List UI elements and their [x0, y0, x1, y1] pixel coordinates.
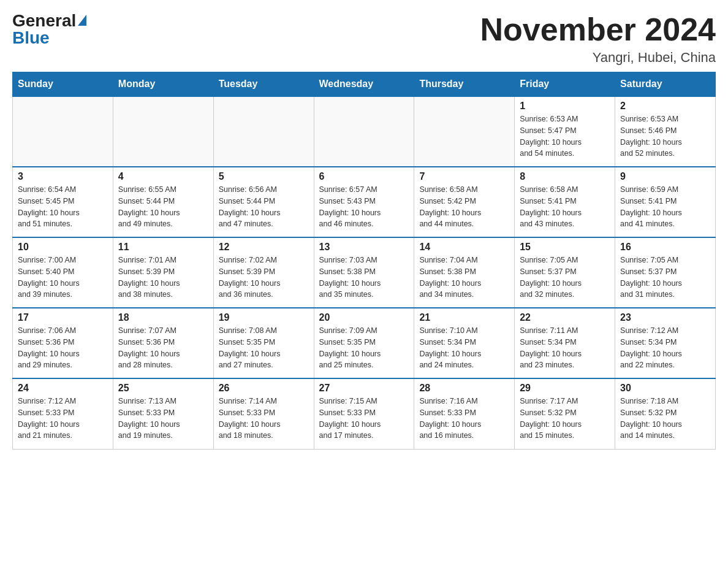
day-number: 17	[18, 312, 108, 323]
day-info: Sunrise: 7:02 AMSunset: 5:39 PMDaylight:…	[219, 255, 309, 301]
day-info: Sunrise: 6:54 AMSunset: 5:45 PMDaylight:…	[18, 184, 108, 230]
logo: General Blue	[12, 12, 86, 48]
calendar-week-row: 10Sunrise: 7:00 AMSunset: 5:40 PMDayligh…	[13, 237, 716, 308]
column-header-monday: Monday	[113, 72, 213, 97]
calendar-cell: 8Sunrise: 6:58 AMSunset: 5:41 PMDaylight…	[515, 167, 615, 237]
day-number: 24	[18, 383, 108, 394]
calendar-week-row: 24Sunrise: 7:12 AMSunset: 5:33 PMDayligh…	[13, 378, 716, 449]
day-number: 3	[18, 171, 108, 182]
location-title: Yangri, Hubei, China	[480, 50, 716, 66]
calendar-cell: 25Sunrise: 7:13 AMSunset: 5:33 PMDayligh…	[113, 378, 213, 449]
calendar-cell: 20Sunrise: 7:09 AMSunset: 5:35 PMDayligh…	[314, 308, 414, 378]
day-number: 4	[118, 171, 208, 182]
calendar-table: SundayMondayTuesdayWednesdayThursdayFrid…	[12, 72, 716, 450]
calendar-week-row: 17Sunrise: 7:06 AMSunset: 5:36 PMDayligh…	[13, 308, 716, 378]
day-info: Sunrise: 7:17 AMSunset: 5:32 PMDaylight:…	[520, 396, 610, 442]
day-number: 6	[319, 171, 409, 182]
calendar-cell: 15Sunrise: 7:05 AMSunset: 5:37 PMDayligh…	[515, 237, 615, 308]
day-info: Sunrise: 7:15 AMSunset: 5:33 PMDaylight:…	[319, 396, 409, 442]
calendar-cell: 22Sunrise: 7:11 AMSunset: 5:34 PMDayligh…	[515, 308, 615, 378]
calendar-cell	[314, 96, 414, 167]
calendar-cell	[414, 96, 515, 167]
calendar-cell: 24Sunrise: 7:12 AMSunset: 5:33 PMDayligh…	[13, 378, 113, 449]
day-number: 1	[520, 101, 610, 112]
day-info: Sunrise: 6:53 AMSunset: 5:47 PMDaylight:…	[520, 113, 610, 159]
month-title: November 2024	[480, 12, 716, 47]
calendar-cell: 26Sunrise: 7:14 AMSunset: 5:33 PMDayligh…	[213, 378, 314, 449]
calendar-cell: 28Sunrise: 7:16 AMSunset: 5:33 PMDayligh…	[414, 378, 515, 449]
day-number: 30	[620, 383, 710, 394]
calendar-cell: 2Sunrise: 6:53 AMSunset: 5:46 PMDaylight…	[615, 96, 716, 167]
calendar-cell: 1Sunrise: 6:53 AMSunset: 5:47 PMDaylight…	[515, 96, 615, 167]
day-number: 9	[620, 171, 710, 182]
calendar-cell	[213, 96, 314, 167]
day-number: 20	[319, 312, 409, 323]
day-info: Sunrise: 6:57 AMSunset: 5:43 PMDaylight:…	[319, 184, 409, 230]
column-header-sunday: Sunday	[13, 72, 113, 97]
day-number: 13	[319, 242, 409, 253]
day-info: Sunrise: 7:12 AMSunset: 5:33 PMDaylight:…	[18, 396, 108, 442]
day-number: 23	[620, 312, 710, 323]
day-info: Sunrise: 7:09 AMSunset: 5:35 PMDaylight:…	[319, 325, 409, 371]
day-info: Sunrise: 7:06 AMSunset: 5:36 PMDaylight:…	[18, 325, 108, 371]
day-number: 22	[520, 312, 610, 323]
day-info: Sunrise: 7:16 AMSunset: 5:33 PMDaylight:…	[419, 396, 509, 442]
day-info: Sunrise: 6:58 AMSunset: 5:41 PMDaylight:…	[520, 184, 610, 230]
day-info: Sunrise: 7:18 AMSunset: 5:32 PMDaylight:…	[620, 396, 710, 442]
calendar-cell: 9Sunrise: 6:59 AMSunset: 5:41 PMDaylight…	[615, 167, 716, 237]
day-info: Sunrise: 7:00 AMSunset: 5:40 PMDaylight:…	[18, 255, 108, 301]
day-info: Sunrise: 7:10 AMSunset: 5:34 PMDaylight:…	[419, 325, 509, 371]
column-header-tuesday: Tuesday	[213, 72, 314, 97]
day-number: 14	[419, 242, 509, 253]
day-number: 2	[620, 101, 710, 112]
day-info: Sunrise: 7:04 AMSunset: 5:38 PMDaylight:…	[419, 255, 509, 301]
day-info: Sunrise: 7:12 AMSunset: 5:34 PMDaylight:…	[620, 325, 710, 371]
logo-blue: Blue	[12, 28, 50, 48]
day-number: 21	[419, 312, 509, 323]
day-number: 27	[319, 383, 409, 394]
calendar-cell: 7Sunrise: 6:58 AMSunset: 5:42 PMDaylight…	[414, 167, 515, 237]
day-number: 25	[118, 383, 208, 394]
day-info: Sunrise: 7:01 AMSunset: 5:39 PMDaylight:…	[118, 255, 208, 301]
day-info: Sunrise: 7:07 AMSunset: 5:36 PMDaylight:…	[118, 325, 208, 371]
calendar-week-row: 1Sunrise: 6:53 AMSunset: 5:47 PMDaylight…	[13, 96, 716, 167]
calendar-cell: 12Sunrise: 7:02 AMSunset: 5:39 PMDayligh…	[213, 237, 314, 308]
logo-triangle-icon	[78, 15, 86, 26]
day-number: 11	[118, 242, 208, 253]
day-info: Sunrise: 7:08 AMSunset: 5:35 PMDaylight:…	[219, 325, 309, 371]
calendar-cell: 10Sunrise: 7:00 AMSunset: 5:40 PMDayligh…	[13, 237, 113, 308]
day-info: Sunrise: 7:14 AMSunset: 5:33 PMDaylight:…	[219, 396, 309, 442]
day-number: 19	[219, 312, 309, 323]
day-number: 5	[219, 171, 309, 182]
logo-text: General	[12, 12, 86, 29]
calendar-cell: 19Sunrise: 7:08 AMSunset: 5:35 PMDayligh…	[213, 308, 314, 378]
day-info: Sunrise: 6:53 AMSunset: 5:46 PMDaylight:…	[620, 113, 710, 159]
day-number: 29	[520, 383, 610, 394]
calendar-cell: 21Sunrise: 7:10 AMSunset: 5:34 PMDayligh…	[414, 308, 515, 378]
header: General Blue November 2024 Yangri, Hubei…	[12, 12, 716, 66]
calendar-cell: 3Sunrise: 6:54 AMSunset: 5:45 PMDaylight…	[13, 167, 113, 237]
day-number: 12	[219, 242, 309, 253]
calendar-cell: 6Sunrise: 6:57 AMSunset: 5:43 PMDaylight…	[314, 167, 414, 237]
calendar-header-row: SundayMondayTuesdayWednesdayThursdayFrid…	[13, 72, 716, 97]
day-info: Sunrise: 7:03 AMSunset: 5:38 PMDaylight:…	[319, 255, 409, 301]
day-info: Sunrise: 7:11 AMSunset: 5:34 PMDaylight:…	[520, 325, 610, 371]
day-number: 7	[419, 171, 509, 182]
calendar-cell: 30Sunrise: 7:18 AMSunset: 5:32 PMDayligh…	[615, 378, 716, 449]
day-info: Sunrise: 6:56 AMSunset: 5:44 PMDaylight:…	[219, 184, 309, 230]
calendar-cell: 17Sunrise: 7:06 AMSunset: 5:36 PMDayligh…	[13, 308, 113, 378]
day-info: Sunrise: 6:59 AMSunset: 5:41 PMDaylight:…	[620, 184, 710, 230]
day-info: Sunrise: 6:55 AMSunset: 5:44 PMDaylight:…	[118, 184, 208, 230]
calendar-cell: 13Sunrise: 7:03 AMSunset: 5:38 PMDayligh…	[314, 237, 414, 308]
day-info: Sunrise: 7:05 AMSunset: 5:37 PMDaylight:…	[620, 255, 710, 301]
day-info: Sunrise: 7:05 AMSunset: 5:37 PMDaylight:…	[520, 255, 610, 301]
calendar-cell: 23Sunrise: 7:12 AMSunset: 5:34 PMDayligh…	[615, 308, 716, 378]
day-number: 16	[620, 242, 710, 253]
column-header-wednesday: Wednesday	[314, 72, 414, 97]
column-header-friday: Friday	[515, 72, 615, 97]
day-number: 8	[520, 171, 610, 182]
calendar-cell: 18Sunrise: 7:07 AMSunset: 5:36 PMDayligh…	[113, 308, 213, 378]
logo-general: General	[12, 12, 76, 29]
calendar-cell: 4Sunrise: 6:55 AMSunset: 5:44 PMDaylight…	[113, 167, 213, 237]
day-number: 26	[219, 383, 309, 394]
